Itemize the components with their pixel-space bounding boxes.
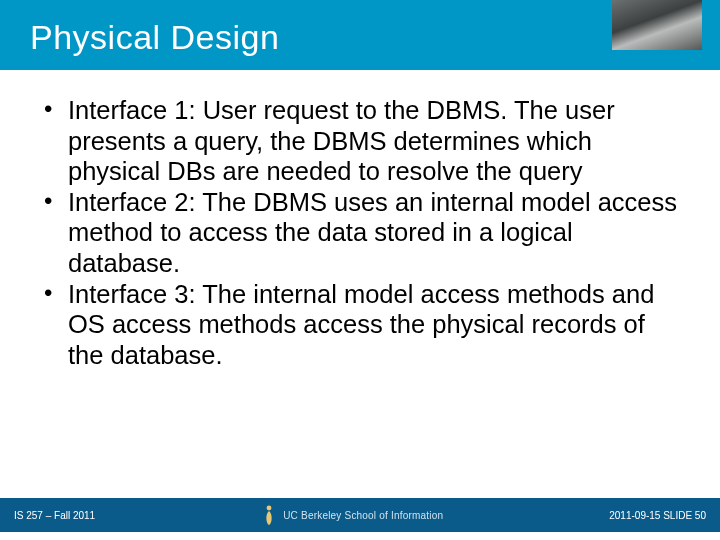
footer-logo: UC Berkeley School of Information	[261, 504, 443, 526]
list-item: Interface 1: User request to the DBMS. T…	[38, 95, 678, 187]
list-item: Interface 2: The DBMS uses an internal m…	[38, 187, 678, 279]
footer-band: IS 257 – Fall 2011 UC Berkeley School of…	[0, 498, 720, 532]
list-item: Interface 3: The internal model access m…	[38, 279, 678, 371]
bullet-list: Interface 1: User request to the DBMS. T…	[38, 95, 678, 370]
decorative-photo	[612, 0, 702, 50]
body-content: Interface 1: User request to the DBMS. T…	[38, 95, 678, 370]
footer-logo-text: UC Berkeley School of Information	[283, 510, 443, 521]
footer-date-slide: 2011-09-15 SLIDE 50	[609, 510, 706, 521]
ischool-logo-icon	[261, 504, 277, 526]
svg-point-0	[267, 506, 272, 511]
slide: Physical Design Interface 1: User reques…	[0, 0, 720, 540]
title-band: Physical Design	[0, 0, 720, 70]
footer-course-label: IS 257 – Fall 2011	[14, 510, 95, 521]
slide-title: Physical Design	[30, 18, 279, 57]
